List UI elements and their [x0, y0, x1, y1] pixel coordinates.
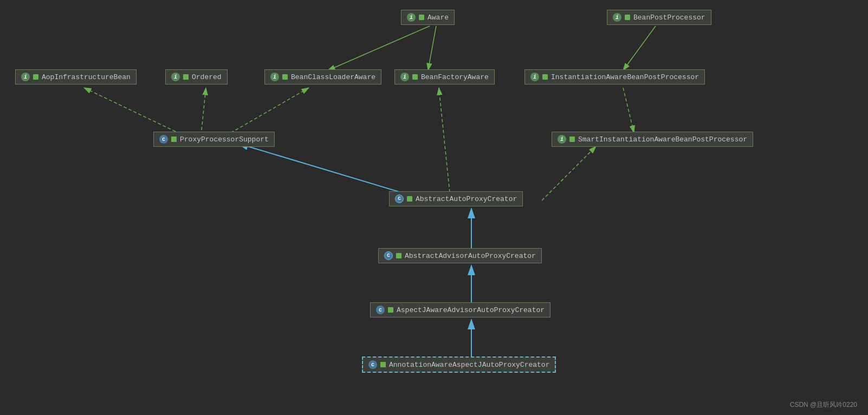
leaf-icon	[412, 74, 418, 80]
node-smartinstantiationawarebeanpostprocessor[interactable]: i SmartInstantiationAwareBeanPostProcess…	[552, 132, 753, 147]
node-label: ProxyProcessorSupport	[180, 135, 269, 144]
svg-line-5	[623, 26, 656, 70]
svg-line-11	[542, 146, 596, 200]
node-annotationawareaspectjautoproxycreator[interactable]: c AnnotationAwareAspectJAutoProxyCreator	[362, 356, 556, 373]
interface-icon: i	[613, 13, 621, 22]
node-aopinfrastructurebean[interactable]: i AopInfrastructureBean	[15, 69, 137, 85]
node-label: Aware	[427, 14, 449, 22]
leaf-icon	[33, 74, 38, 80]
node-label: AbstractAutoProxyCreator	[416, 195, 517, 203]
leaf-icon	[407, 196, 412, 202]
leaf-icon	[625, 15, 630, 20]
diagram-container: i Aware i BeanPostProcessor i AopInfrast…	[0, 0, 868, 415]
svg-line-3	[328, 26, 430, 70]
node-beanpostprocessor[interactable]: i BeanPostProcessor	[607, 10, 711, 25]
node-instantiationawarebeanpostprocessor[interactable]: i InstantiationAwareBeanPostProcessor	[524, 69, 705, 85]
interface-icon: i	[21, 73, 30, 81]
leaf-icon	[380, 362, 386, 367]
interface-icon: i	[400, 73, 409, 81]
leaf-icon	[183, 74, 189, 80]
interface-icon: i	[171, 73, 180, 81]
node-label: AnnotationAwareAspectJAutoProxyCreator	[389, 361, 549, 369]
node-label: BeanPostProcessor	[633, 14, 705, 22]
class-icon: c	[376, 306, 385, 314]
leaf-icon	[569, 137, 575, 142]
node-label: BeanFactoryAware	[421, 73, 489, 81]
node-beanclassloaderaware[interactable]: i BeanClassLoaderAware	[264, 69, 381, 85]
connections-svg	[0, 0, 868, 415]
abstract-class-icon: C	[395, 194, 404, 203]
svg-line-10	[439, 88, 450, 192]
abstract-class-icon: C	[384, 251, 393, 260]
interface-icon: i	[530, 73, 539, 81]
interface-icon: i	[270, 73, 279, 81]
svg-line-6	[623, 88, 634, 133]
leaf-icon	[171, 137, 177, 142]
node-abstractautoproxycreator[interactable]: C AbstractAutoProxyCreator	[389, 191, 523, 206]
node-label: Ordered	[192, 73, 222, 81]
node-abstractadvisorautoproxycreator[interactable]: C AbstractAdvisorAutoProxyCreator	[378, 248, 542, 263]
leaf-icon	[396, 253, 401, 258]
interface-icon: i	[558, 135, 566, 144]
node-proxyprocessorsupport[interactable]: c ProxyProcessorSupport	[153, 132, 275, 147]
leaf-icon	[282, 74, 288, 80]
node-label: AopInfrastructureBean	[42, 73, 131, 81]
node-label: AbstractAdvisorAutoProxyCreator	[405, 252, 536, 260]
interface-icon: i	[407, 13, 416, 22]
node-label: SmartInstantiationAwareBeanPostProcessor	[578, 135, 747, 144]
node-label: AspectJAwareAdvisorAutoProxyCreator	[397, 306, 545, 314]
node-aspectjawareadvisorautoproxycreator[interactable]: c AspectJAwareAdvisorAutoProxyCreator	[370, 302, 550, 317]
leaf-icon	[419, 15, 424, 20]
node-ordered[interactable]: i Ordered	[165, 69, 228, 85]
class-icon: c	[159, 135, 168, 144]
node-label: InstantiationAwareBeanPostProcessor	[551, 73, 699, 81]
node-aware[interactable]: i Aware	[401, 10, 455, 25]
leaf-icon	[542, 74, 548, 80]
class-icon: c	[368, 360, 377, 369]
node-beanfactoryaware[interactable]: i BeanFactoryAware	[394, 69, 495, 85]
watermark: CSDN @且听风吟0220	[790, 400, 857, 410]
leaf-icon	[388, 307, 393, 313]
node-label: BeanClassLoaderAware	[291, 73, 375, 81]
svg-line-4	[428, 26, 436, 70]
